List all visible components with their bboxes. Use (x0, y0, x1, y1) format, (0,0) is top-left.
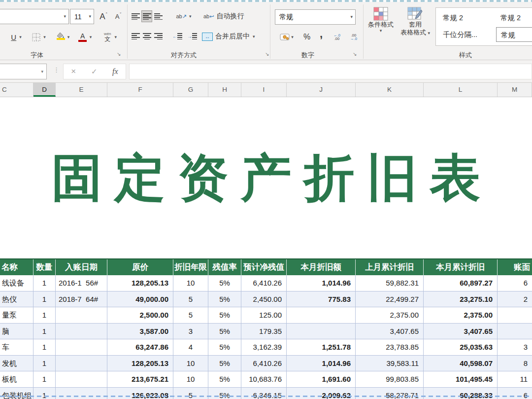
table-cell[interactable]: 10 (173, 371, 208, 388)
table-cell[interactable]: 量泵 (0, 307, 33, 324)
table-cell[interactable]: 热仪 (0, 291, 33, 308)
table-cell[interactable]: 5% (208, 291, 241, 308)
table-cell[interactable]: 125.00 (241, 307, 287, 324)
wrap-text-button[interactable]: ab ↩ 自动换行 (203, 10, 244, 23)
align-left-button[interactable] (130, 30, 141, 42)
table-cell[interactable]: 1 (33, 275, 56, 291)
table-cell[interactable]: 58,278.71 (356, 388, 424, 399)
table-cell[interactable]: 2 (498, 291, 532, 308)
table-cell[interactable] (56, 324, 107, 340)
table-cell[interactable]: 包装机组 (0, 388, 33, 399)
table-cell[interactable]: 8 (498, 356, 532, 372)
table-header-cell[interactable]: 数量 (33, 259, 56, 275)
table-cell[interactable] (498, 324, 532, 340)
table-cell[interactable]: 10 (173, 275, 208, 291)
table-cell[interactable]: 6 (498, 388, 532, 399)
table-cell[interactable]: 49,000.00 (107, 291, 173, 308)
column-header-C[interactable]: C (0, 83, 33, 97)
table-cell[interactable]: 775.83 (287, 291, 356, 308)
alignment-dialog-launcher-icon[interactable]: ↘ (265, 51, 269, 57)
table-cell[interactable]: 10,683.76 (241, 371, 287, 388)
table-cell[interactable]: 2,375.00 (356, 307, 424, 324)
table-cell[interactable]: 5% (208, 324, 241, 340)
column-header-G[interactable]: G (173, 83, 208, 97)
table-cell[interactable]: 1 (33, 356, 56, 372)
column-header-K[interactable]: K (356, 83, 424, 97)
column-header-E[interactable]: E (56, 83, 107, 97)
table-cell[interactable]: 5% (208, 339, 241, 356)
font-color-button[interactable]: A ▾ (74, 30, 95, 44)
table-cell[interactable]: 1,691.60 (287, 371, 356, 388)
table-cell[interactable]: 3 (498, 339, 532, 356)
conditional-formatting-button[interactable]: 条件格式 ▾ (366, 7, 396, 33)
increase-indent-button[interactable]: → (186, 30, 199, 42)
table-cell[interactable]: 2,375.00 (424, 307, 498, 324)
name-box[interactable]: ▾ (0, 64, 47, 79)
table-cell[interactable]: 5% (208, 371, 241, 388)
table-cell[interactable]: 23,783.85 (356, 339, 424, 356)
align-top-button[interactable] (130, 10, 141, 22)
decrease-decimal-button[interactable]: .00→.0 (346, 30, 361, 44)
align-right-button[interactable] (153, 30, 164, 42)
table-cell[interactable]: 3,587.00 (107, 324, 173, 340)
table-cell[interactable]: 5% (208, 307, 241, 324)
font-name-combo[interactable]: ▾ (0, 9, 69, 24)
table-cell[interactable]: 3,162.39 (241, 339, 287, 356)
table-cell[interactable]: 1 (33, 371, 56, 388)
table-cell[interactable]: 6,410.26 (241, 356, 287, 372)
table-cell[interactable]: 板机 (0, 371, 33, 388)
table-cell[interactable]: 10 (173, 356, 208, 372)
table-cell[interactable]: 1 (33, 339, 56, 356)
format-as-table-button[interactable]: 套用 表格格式 ▾ (396, 7, 434, 36)
table-cell[interactable]: 线设备 (0, 275, 33, 291)
column-header-I[interactable]: I (241, 83, 287, 97)
orientation-button[interactable]: ab ↗ ▾ (172, 10, 196, 23)
table-cell[interactable]: 5% (208, 388, 241, 399)
table-cell[interactable]: 1 (33, 291, 56, 308)
table-cell[interactable]: 2,009.62 (287, 388, 356, 399)
table-cell[interactable]: 发机 (0, 356, 33, 372)
formula-input[interactable] (129, 64, 532, 79)
table-cell[interactable]: 6,346.15 (241, 388, 287, 399)
align-bottom-button[interactable] (153, 10, 164, 22)
table-header-cell[interactable]: 残值率 (208, 259, 241, 275)
insert-function-icon[interactable]: fx (112, 67, 118, 76)
table-cell[interactable]: 63,247.86 (107, 339, 173, 356)
table-cell[interactable]: 5 (173, 291, 208, 308)
table-cell[interactable]: 1 (33, 388, 56, 399)
percent-style-button[interactable]: % (300, 30, 313, 44)
table-header-cell[interactable]: 上月累计折旧 (356, 259, 424, 275)
table-header-cell[interactable]: 本月折旧额 (287, 259, 356, 275)
table-header-cell[interactable]: 入账日期 (56, 259, 107, 275)
table-cell[interactable] (498, 307, 532, 324)
borders-button[interactable]: ▾ (28, 30, 50, 44)
table-header-cell[interactable]: 账面 (498, 259, 532, 275)
table-cell[interactable]: 3 (173, 324, 208, 340)
align-center-button[interactable] (141, 30, 152, 42)
underline-button[interactable]: U ▾ (7, 30, 26, 44)
style-item[interactable]: 常规 2 (438, 10, 494, 25)
number-dialog-launcher-icon[interactable]: ↘ (353, 51, 357, 57)
table-cell[interactable]: 128,205.13 (107, 356, 173, 372)
drag-handle-icon[interactable]: ⋮ (53, 66, 60, 73)
comma-style-button[interactable]: , (316, 27, 327, 41)
worksheet[interactable]: 固定资产折旧表 名称数量入账日期原价折旧年限残值率预计净残值本月折旧额上月累计折… (0, 97, 532, 399)
table-cell[interactable]: 2,500.00 (107, 307, 173, 324)
table-cell[interactable]: 脑 (0, 324, 33, 340)
table-cell[interactable]: 2016-1 56# (56, 275, 107, 291)
table-header-cell[interactable]: 本月累计折旧 (424, 259, 498, 275)
increase-decimal-button[interactable]: ←.0.00 (330, 30, 344, 44)
table-cell[interactable]: 6 (498, 275, 532, 291)
merge-center-button[interactable]: ↔ 合并后居中 ▾ (202, 30, 255, 43)
style-item[interactable]: 常规 2 (496, 10, 532, 25)
table-cell[interactable]: 128,205.13 (107, 275, 173, 291)
table-cell[interactable]: 22,499.27 (356, 291, 424, 308)
column-header-F[interactable]: F (107, 83, 173, 97)
table-cell[interactable]: 5% (208, 356, 241, 372)
table-cell[interactable] (56, 371, 107, 388)
table-cell[interactable]: 1,014.96 (287, 275, 356, 291)
column-header-D[interactable]: D (33, 83, 56, 97)
table-cell[interactable]: 60,288.33 (424, 388, 498, 399)
table-cell[interactable]: 5 (173, 307, 208, 324)
table-cell[interactable]: 5% (208, 275, 241, 291)
